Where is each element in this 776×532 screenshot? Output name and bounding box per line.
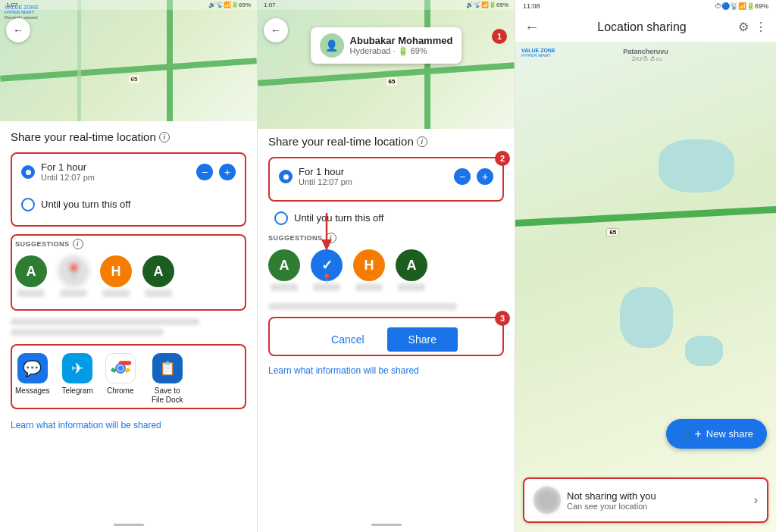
section-title-2: Share your real-time location i <box>268 135 504 148</box>
radio-1hour-1 <box>21 165 35 179</box>
bottom-sheet-1: Share your real-time location i For 1 ho… <box>0 121 257 532</box>
panel-2: 65 1:07 🔊📡📶🔋69% ← 👤 Abubakar Mohammed Hy… <box>258 0 515 532</box>
gear-icon-3[interactable]: ⚙ <box>738 20 749 34</box>
app-chrome-1[interactable]: Chrome <box>105 353 136 405</box>
right-map-3: VALUE ZONE HYPER MART Patancheruvuపటాన్చ… <box>515 42 776 532</box>
suggestions-info-1[interactable]: i <box>73 239 83 249</box>
panel-3: 11:08 ⏱🔵📡📶🔋69% ← Location sharing ⚙ ⋮ VA… <box>515 0 776 532</box>
avatar-A2-1[interactable]: A <box>142 255 174 300</box>
more-icon-3[interactable]: ⋮ <box>755 20 767 34</box>
store-sub-1: HYPER MART <box>5 10 39 14</box>
map-panel2: 65 1:07 🔊📡📶🔋69% ← 👤 Abubakar Mohammed Hy… <box>258 0 515 129</box>
popup-avatar-2: 👤 <box>320 33 344 58</box>
water-1 <box>659 139 734 192</box>
page-title-3: Location sharing <box>546 20 738 34</box>
time-options-box-1: For 1 hour Until 12:07 pm − + Until you … <box>11 152 246 227</box>
status-bar-3: 11:08 ⏱🔵📡📶🔋69% <box>515 0 776 12</box>
avatar-A1-2[interactable]: A <box>268 249 300 294</box>
city-label-3: Patancheruvuపటాన్చేరు <box>623 48 668 63</box>
suggestions-label-2: SUGGESTIONS i <box>268 233 504 243</box>
water-3 <box>685 336 723 366</box>
action-row-2: Cancel Share <box>273 327 499 352</box>
step-1: 1 <box>492 29 507 44</box>
suggestions-row-1: A 📍 H A <box>15 255 242 300</box>
time-controls-2: − + <box>454 168 493 185</box>
radio-1hour-2 <box>279 170 293 183</box>
store-label-3: VALUE ZONE HYPER MART <box>521 48 555 58</box>
avatar-A2-2[interactable]: A <box>396 249 427 294</box>
contact-list-1 <box>11 318 246 340</box>
learn-link-2[interactable]: Learn what information will be shared <box>268 365 504 376</box>
back-btn-2[interactable]: ← <box>264 18 288 42</box>
avatar-selected-2[interactable]: ✓ 📍 <box>311 249 343 294</box>
cancel-btn-2[interactable]: Cancel <box>314 327 381 352</box>
avatar-H1-1[interactable]: H <box>100 255 132 300</box>
app-messages-1[interactable]: 💬 Messages <box>15 353 50 405</box>
time-1: 1:07 <box>6 2 18 8</box>
back-icon-3[interactable]: ← <box>524 18 540 36</box>
status-icons-1: 🔊📡📶🔋69% <box>208 2 251 8</box>
not-sharing-avatar-3 <box>534 487 561 514</box>
plus-btn-2[interactable]: + <box>477 168 493 185</box>
action-wrapper-2: Cancel Share 3 <box>268 317 504 361</box>
person-add-icon: 👤+ <box>680 427 702 441</box>
suggestions-section-1: SUGGESTIONS i A 📍 H <box>11 234 246 315</box>
avatar-maps-1[interactable]: 📍 <box>58 255 89 300</box>
svg-point-6 <box>117 366 123 371</box>
panel-1: 65 VALUE ZONE HYPER MART Recently viewed… <box>0 0 258 532</box>
learn-link-1[interactable]: Learn what information will be shared <box>11 420 246 430</box>
popup-card-2: 👤 Abubakar Mohammed Hyderabad · 🔋 69% <box>311 27 462 64</box>
not-sharing-text-3: Not sharing with you Can see your locati… <box>567 490 748 511</box>
time-2: 1:07 <box>264 2 276 8</box>
water-2 <box>620 287 673 348</box>
chevron-right-icon-3: › <box>754 493 758 507</box>
share-btn-2[interactable]: Share <box>387 327 458 352</box>
plus-btn-1[interactable]: + <box>219 164 236 180</box>
option-forever-1[interactable]: Until you turn this off <box>15 192 242 216</box>
not-sharing-card-3[interactable]: Not sharing with you Can see your locati… <box>523 477 768 523</box>
divider-2 <box>371 524 402 526</box>
avatar-A1-1[interactable]: A <box>15 255 47 300</box>
step-2: 2 <box>495 151 510 166</box>
option-1hour-1[interactable]: For 1 hour Until 12:07 pm − + <box>15 157 242 186</box>
apps-box-1: 💬 Messages ✈ Telegram <box>11 344 246 409</box>
time-option-wrapper-2: For 1 hour Until 12:07 pm − + 2 <box>268 157 504 206</box>
header-icons-3: ⚙ ⋮ <box>738 20 767 34</box>
time-options-box-2: For 1 hour Until 12:07 pm − + <box>268 157 504 202</box>
time-controls-1: − + <box>196 164 236 180</box>
radio-forever-1 <box>21 198 35 211</box>
option-1hour-2[interactable]: For 1 hour Until 12:07 pm − + <box>273 161 499 191</box>
option-forever-2[interactable]: Until you turn this off <box>268 206 504 230</box>
section-title-1: Share your real-time location i <box>11 130 246 143</box>
suggestions-section-2: SUGGESTIONS i A ✓ 📍 <box>268 233 504 300</box>
back-btn-1[interactable]: ← <box>6 18 30 42</box>
minus-btn-2[interactable]: − <box>454 168 471 185</box>
divider-1 <box>114 524 144 526</box>
arrow-annotation <box>315 213 338 254</box>
map-panel1: 65 VALUE ZONE HYPER MART Recently viewed… <box>0 0 257 121</box>
avatar-H1-2[interactable]: H <box>353 249 385 294</box>
info-icon-2[interactable]: i <box>417 136 427 147</box>
app-telegram-1[interactable]: ✈ Telegram <box>62 353 93 405</box>
right-header-3: ← Location sharing ⚙ ⋮ <box>515 12 776 42</box>
radio-forever-2 <box>274 211 288 225</box>
minus-btn-1[interactable]: − <box>196 164 213 180</box>
suggestions-label-1: SUGGESTIONS i <box>15 239 242 249</box>
new-share-btn-3[interactable]: 👤+ New share <box>666 419 767 449</box>
contact-list-2 <box>268 303 504 314</box>
step-3: 3 <box>495 311 510 326</box>
road-badge-3: 65 <box>606 228 619 236</box>
app-filedock-1[interactable]: 📋 Save to File Dock <box>148 353 187 405</box>
bottom-sheet-2: Share your real-time location i For 1 ho… <box>258 129 515 532</box>
suggestions-row-2: A ✓ 📍 <box>268 249 504 294</box>
svg-marker-8 <box>321 239 332 251</box>
info-icon-1[interactable]: i <box>159 132 170 142</box>
